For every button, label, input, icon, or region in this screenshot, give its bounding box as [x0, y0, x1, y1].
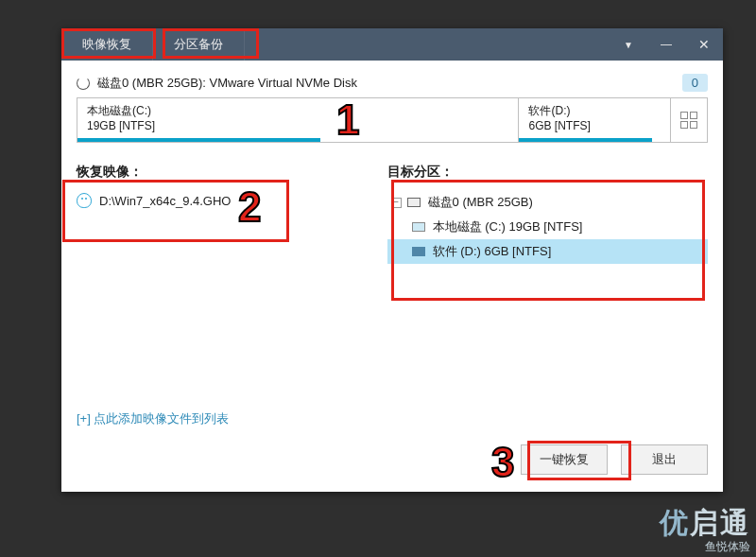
exit-button[interactable]: 退出: [621, 444, 708, 475]
partition-c-name: 本地磁盘(C:): [87, 103, 508, 119]
main-body: 恢复映像： D:\Win7_x64c_9.4.GHO 目标分区： − 磁盘0 (…: [61, 145, 723, 403]
titlebar: 映像恢复 分区备份 ▼ — ✕: [61, 28, 723, 61]
partition-c-info: 19GB [NTFS]: [87, 119, 508, 132]
tree-d-label: 软件 (D:) 6GB [NTFS]: [433, 243, 552, 260]
close-button[interactable]: ✕: [685, 28, 723, 61]
watermark: 优启通 鱼悦体验: [660, 504, 750, 555]
partition-d[interactable]: 软件(D:) 6GB [NTFS]: [519, 98, 670, 142]
disk-index-badge: 0: [682, 74, 708, 92]
folder-icon: [412, 222, 425, 232]
tree-collapse-icon[interactable]: −: [391, 198, 402, 208]
image-path: D:\Win7_x64c_9.4.GHO: [99, 194, 231, 208]
tree-disk-node[interactable]: − 磁盘0 (MBR 25GB): [387, 190, 708, 215]
titlebar-spacer: [245, 28, 610, 61]
partition-c[interactable]: 本地磁盘(C:) 19GB [NTFS]: [77, 98, 518, 142]
disk-header: 磁盘0 (MBR 25GB): VMware Virtual NVMe Disk…: [61, 61, 723, 97]
titlebar-dropdown-button[interactable]: ▼: [610, 28, 647, 61]
partition-bar: 本地磁盘(C:) 19GB [NTFS] 软件(D:) 6GB [NTFS]: [77, 97, 708, 143]
minimize-button[interactable]: —: [647, 28, 685, 61]
image-list-item[interactable]: D:\Win7_x64c_9.4.GHO: [77, 190, 369, 211]
tree-c-label: 本地磁盘 (C:) 19GB [NTFS]: [433, 218, 583, 235]
restore-image-title: 恢复映像：: [77, 164, 369, 181]
folder-icon: [412, 247, 425, 256]
footer: 一键恢复 退出: [61, 431, 723, 492]
one-click-restore-button[interactable]: 一键恢复: [521, 444, 608, 475]
partition-d-usage-bar: [519, 138, 651, 142]
tab-partition-backup[interactable]: 分区备份: [153, 28, 245, 61]
partition-tree: − 磁盘0 (MBR 25GB) 本地磁盘 (C:) 19GB [NTFS] 软…: [387, 190, 708, 264]
partition-view-toggle[interactable]: [671, 98, 707, 142]
tree-partition-c[interactable]: 本地磁盘 (C:) 19GB [NTFS]: [387, 215, 708, 239]
grid-icon: [680, 112, 697, 129]
tab-image-restore[interactable]: 映像恢复: [61, 28, 153, 61]
restore-image-panel: 恢复映像： D:\Win7_x64c_9.4.GHO: [77, 164, 369, 403]
disk-icon: [407, 198, 421, 207]
ghost-file-icon: [77, 193, 92, 208]
disk-label: 磁盘0 (MBR 25GB): VMware Virtual NVMe Disk: [97, 75, 357, 92]
tree-disk-label: 磁盘0 (MBR 25GB): [428, 194, 533, 211]
app-window: 映像恢复 分区备份 ▼ — ✕ 磁盘0 (MBR 25GB): VMware V…: [61, 28, 723, 492]
partition-c-usage-bar: [77, 138, 320, 142]
target-partition-panel: 目标分区： − 磁盘0 (MBR 25GB) 本地磁盘 (C:) 19GB [N…: [387, 164, 708, 403]
partition-d-info: 6GB [NTFS]: [528, 119, 661, 132]
target-partition-title: 目标分区：: [387, 164, 708, 181]
refresh-icon[interactable]: [77, 77, 90, 90]
watermark-char-1: 优: [660, 507, 690, 538]
tree-partition-d[interactable]: 软件 (D:) 6GB [NTFS]: [387, 239, 708, 264]
watermark-chars-rest: 启通: [690, 507, 750, 538]
partition-d-name: 软件(D:): [528, 103, 661, 119]
watermark-main: 优启通: [660, 504, 750, 543]
add-image-link[interactable]: [+] 点此添加映像文件到列表: [61, 403, 723, 431]
